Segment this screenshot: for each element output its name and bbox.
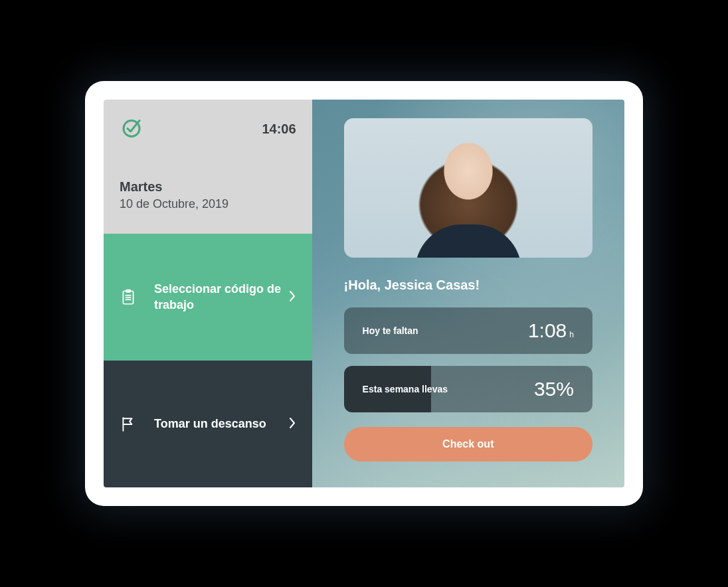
stat-week-progress: Esta semana llevas 35% bbox=[344, 366, 592, 412]
clipboard-icon bbox=[120, 289, 138, 306]
greeting-text: ¡Hola, Jessica Casas! bbox=[344, 278, 592, 293]
device-frame: 14:06 Martes 10 de Octubre, 2019 Selecci… bbox=[85, 81, 643, 506]
stat-remaining-value: 1:08 h bbox=[528, 319, 574, 342]
header-top-row: 14:06 bbox=[120, 116, 296, 142]
current-day: Martes bbox=[120, 179, 296, 195]
chevron-right-icon bbox=[288, 417, 296, 432]
stat-remaining-number: 1:08 bbox=[528, 319, 567, 342]
checkout-button[interactable]: Check out bbox=[344, 427, 592, 461]
menu-item-workcode[interactable]: Seleccionar código de trabajo bbox=[104, 234, 312, 361]
stat-week-number: 35% bbox=[534, 378, 574, 400]
menu-label-break: Tomar un descanso bbox=[154, 416, 288, 432]
stat-week-value: 35% bbox=[534, 378, 574, 400]
chevron-right-icon bbox=[288, 290, 296, 305]
menu-item-break[interactable]: Tomar un descanso bbox=[104, 361, 312, 487]
flag-icon bbox=[120, 416, 138, 433]
app-root: 14:06 Martes 10 de Octubre, 2019 Selecci… bbox=[104, 100, 624, 487]
user-photo bbox=[344, 118, 592, 258]
clock-time: 14:06 bbox=[262, 122, 296, 137]
stat-week-label: Esta semana llevas bbox=[363, 384, 448, 394]
stat-remaining-unit: h bbox=[569, 330, 574, 339]
stat-remaining-label: Hoy te faltan bbox=[363, 325, 418, 336]
right-column: ¡Hola, Jessica Casas! Hoy te faltan 1:08… bbox=[312, 100, 624, 487]
logo-check-icon bbox=[120, 116, 143, 142]
header-panel: 14:06 Martes 10 de Octubre, 2019 bbox=[104, 100, 312, 234]
left-column: 14:06 Martes 10 de Octubre, 2019 Selecci… bbox=[104, 100, 312, 487]
menu-label-workcode: Seleccionar código de trabajo bbox=[154, 282, 288, 313]
stat-remaining-today: Hoy te faltan 1:08 h bbox=[344, 307, 592, 354]
current-date: 10 de Octubre, 2019 bbox=[120, 197, 296, 211]
